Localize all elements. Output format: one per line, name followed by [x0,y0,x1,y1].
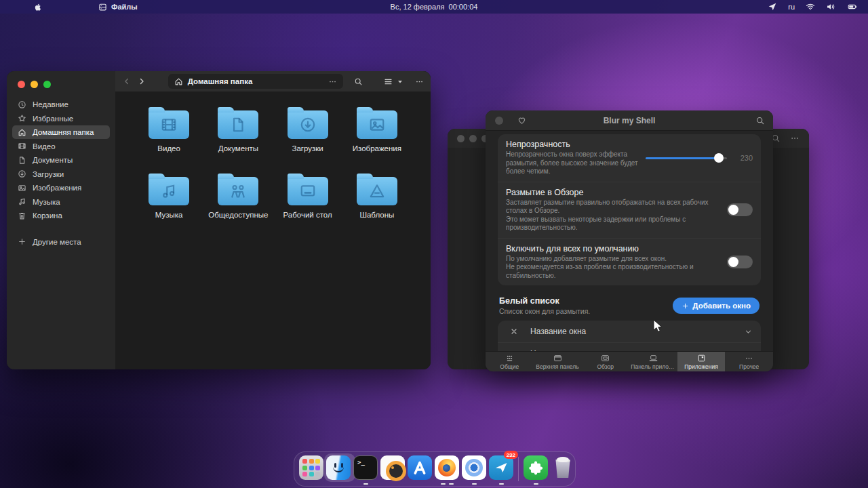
enable-all-toggle[interactable] [727,256,753,268]
dock-separator [518,457,519,481]
minimize-button[interactable] [31,81,38,88]
keyboard-layout-indicator[interactable]: ru [788,3,795,11]
top-panel-icon [553,354,562,363]
folder-music[interactable]: Музыка [134,171,203,237]
close-button[interactable] [457,135,465,142]
folder-pictures[interactable]: Изображения [342,105,412,170]
overview-blur-row: Размытие в Обзоре Заставляет размытие пр… [498,182,761,238]
dock-item-launchpad[interactable] [299,453,323,485]
sidebar-item-starred[interactable]: Избранные [12,112,110,125]
add-window-button[interactable]: Добавить окно [673,298,760,314]
overview-blur-toggle[interactable] [727,203,753,216]
more-dots-icon [745,354,753,363]
folder-templates[interactable]: Шаблоны [342,171,412,237]
menu-dots-icon[interactable] [790,134,800,143]
view-options-icon[interactable] [396,77,404,87]
forward-icon[interactable] [137,76,146,87]
video-icon [18,142,26,150]
dock-item-telegram[interactable]: 232 [489,453,513,485]
dock-item-trash[interactable] [551,453,575,485]
dock-item-app-store[interactable] [408,453,432,485]
location-bar[interactable]: Домашняя папка [168,74,343,89]
dock-item-chromium[interactable] [462,453,486,485]
back-icon[interactable] [122,76,132,87]
sidebar-item-videos[interactable]: Видео [12,140,110,153]
sidebar-item-pictures[interactable]: Изображения [12,181,110,195]
battery-icon[interactable] [846,2,859,12]
window-name-label: Название окна [530,327,744,336]
telegram-icon [489,455,513,480]
sidebar-item-music[interactable]: Музыка [12,195,110,209]
plus-icon [18,237,26,246]
dock-item-files[interactable] [326,453,351,485]
window-controls [12,78,110,98]
blur-tab-bar: Общие Верхняя панель Обзор Панель прилож… [486,351,773,371]
folder-icon [149,177,189,205]
telegram-tray-icon[interactable] [768,2,777,12]
folder-videos[interactable]: Видео [134,105,203,170]
enable-all-title: Включить для всех по умолчанию [506,244,720,253]
search-icon[interactable] [755,116,765,125]
slider-knob[interactable] [714,153,724,163]
tab-label: Приложения [684,363,718,370]
opacity-slider[interactable] [646,153,727,163]
files-toolbar: Домашняя папка [115,71,431,92]
tab-label: Общие [500,363,519,370]
mouse-cursor [653,319,663,333]
music-icon [18,197,26,206]
tab-applications[interactable]: Приложения [677,352,726,371]
tab-label: Панель приложен... [631,363,675,370]
sidebar-item-downloads[interactable]: Загрузки [12,167,110,181]
dock-item-firefox[interactable] [435,453,459,485]
dock-item-extensions[interactable] [524,453,548,485]
film-emblem-icon [160,116,178,134]
tab-general[interactable]: Общие [486,352,534,371]
whitelist-title: Белый список [499,296,673,306]
sidebar-item-other-locations[interactable]: Другие места [12,235,110,249]
sidebar-item-recent[interactable]: Недавние [12,98,110,111]
music-emblem-icon [160,182,178,200]
search-icon[interactable] [354,77,363,87]
folder-public[interactable]: Общедоступные [203,171,273,237]
clock[interactable]: Вс, 12 февраля 00:00:04 [0,3,868,11]
sidebar-label: Корзина [33,211,62,220]
folder-label: Общедоступные [208,211,268,219]
sidebar-label: Видео [33,142,56,150]
whitelist-row[interactable]: Название окна [498,321,761,342]
list-view-icon[interactable] [383,77,393,87]
opacity-row: Непрозрачность Непрозрачность окна повер… [498,134,761,182]
system-tray: ru [768,0,859,14]
tab-dash-panel[interactable]: Панель приложен... [629,352,677,371]
folder-documents[interactable]: Документы [203,105,273,170]
sidebar-label: Другие места [33,238,81,246]
menu-dots-icon[interactable] [415,77,424,87]
tab-top-panel[interactable]: Верхняя панель [534,352,582,371]
sidebar-label: Документы [33,156,73,164]
blur-window-header[interactable]: Blur my Shell [486,110,773,131]
sidebar-item-trash[interactable]: Корзина [12,209,110,222]
chevron-down-icon[interactable] [744,327,753,336]
folder-desktop[interactable]: Рабочий стол [273,171,342,237]
sidebar-item-documents[interactable]: Документы [12,153,110,167]
document-emblem-icon [229,116,247,134]
whitelist-description: Список окон для размытия. [499,307,673,315]
volume-icon[interactable] [826,2,835,12]
template-emblem-icon [368,182,386,200]
dock-item-camera-app[interactable] [380,453,405,485]
close-button[interactable] [18,81,25,88]
folder-icon [218,177,258,205]
tab-other[interactable]: Прочее [725,352,773,371]
location-menu-icon[interactable] [328,77,337,86]
wifi-icon[interactable] [806,2,815,12]
minimize-button[interactable] [469,135,477,142]
remove-window-icon[interactable] [510,327,518,336]
whitelist-header: Белый список Список окон для размытия. Д… [499,296,760,315]
sidebar-item-home[interactable]: Домашняя папка [12,125,110,139]
window-title: Blur my Shell [486,116,773,125]
folder-downloads[interactable]: Загрузки [273,105,342,170]
tab-overview[interactable]: Обзор [581,352,629,371]
dock-item-terminal[interactable] [353,453,378,485]
files-main-area: Домашняя папка Видео Документы Загрузки … [115,71,431,369]
files-icon [326,455,351,480]
maximize-button[interactable] [43,81,51,88]
